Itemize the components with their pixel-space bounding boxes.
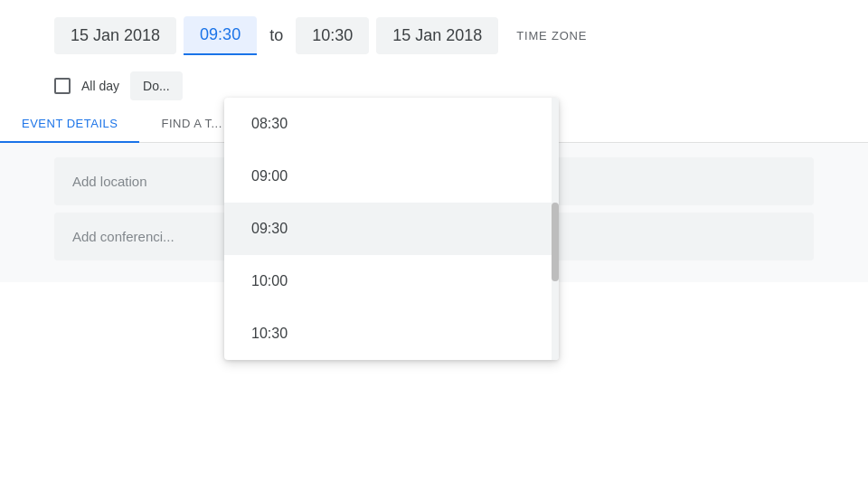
tab-event-details[interactable]: EVENT DETAILS [0,106,139,143]
dropdown-item-0830[interactable]: 08:30 [224,98,559,150]
datetime-bar: 15 Jan 2018 09:30 to 10:30 15 Jan 2018 T… [0,0,868,66]
time-dropdown: 08:30 09:00 09:30 10:00 10:30 [224,98,559,360]
timezone-button[interactable]: TIME ZONE [516,29,587,43]
end-time-chip[interactable]: 10:30 [296,17,369,54]
dropdown-item-1000[interactable]: 10:00 [224,255,559,308]
allday-label: All day [81,79,119,93]
to-label: to [264,26,288,45]
repeat-button[interactable]: Do... [130,71,183,100]
dropdown-scrollbar[interactable] [552,98,559,360]
start-date-chip[interactable]: 15 Jan 2018 [54,17,176,54]
dropdown-scrollbar-thumb [552,203,559,281]
end-date-chip[interactable]: 15 Jan 2018 [376,17,498,54]
start-time-chip[interactable]: 09:30 [184,16,257,55]
dropdown-item-0900[interactable]: 09:00 [224,150,559,203]
allday-checkbox[interactable] [54,78,71,94]
dropdown-item-0930[interactable]: 09:30 [224,203,559,255]
dropdown-item-1030[interactable]: 10:30 [224,308,559,360]
